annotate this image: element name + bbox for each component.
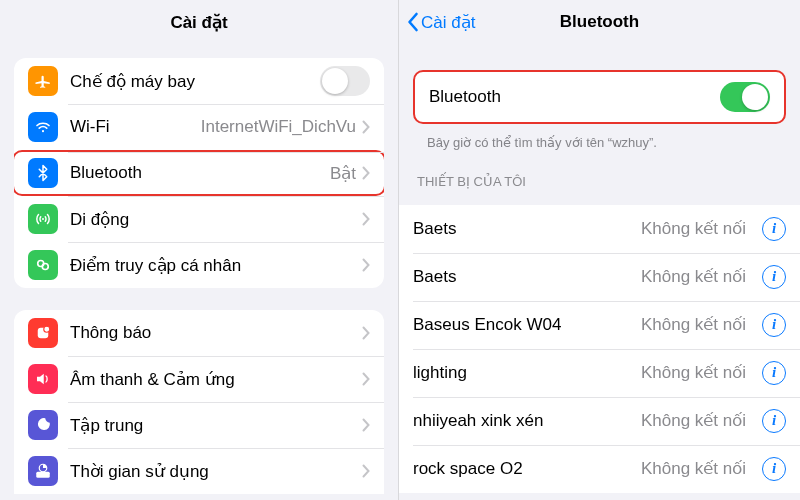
device-status: Không kết nối <box>641 410 746 431</box>
row-sounds-label: Âm thanh & Cảm ứng <box>70 369 362 390</box>
device-info-button[interactable]: i <box>762 313 786 337</box>
row-focus[interactable]: Tập trung <box>14 402 384 448</box>
focus-icon <box>28 410 58 440</box>
device-status: Không kết nối <box>641 314 746 335</box>
row-bluetooth-label: Bluetooth <box>70 163 330 183</box>
chevron-right-icon <box>362 464 370 478</box>
row-cellular-label: Di động <box>70 209 362 230</box>
bluetooth-master-label: Bluetooth <box>429 87 720 107</box>
my-devices-header: THIẾT BỊ CỦA TÔI <box>399 160 800 195</box>
svg-rect-6 <box>36 472 50 478</box>
bluetooth-detail-pane: Cài đặt Bluetooth Bluetooth Bây giờ có t… <box>399 0 800 500</box>
device-status: Không kết nối <box>641 458 746 479</box>
device-row[interactable]: rock space O2Không kết nốii <box>399 445 800 493</box>
device-name: Baseus Encok W04 <box>413 315 641 335</box>
device-info-button[interactable]: i <box>762 265 786 289</box>
svg-point-3 <box>42 264 48 270</box>
device-row[interactable]: lightingKhông kết nốii <box>399 349 800 397</box>
settings-root-pane: Cài đặt Chế độ máy bay Wi-Fi InternetWiF… <box>0 0 399 500</box>
bluetooth-master-toggle[interactable] <box>720 82 770 112</box>
chevron-right-icon <box>362 166 370 180</box>
chevron-right-icon <box>362 418 370 432</box>
airplane-toggle[interactable] <box>320 66 370 96</box>
row-wifi[interactable]: Wi-Fi InternetWiFi_DichVu <box>14 104 384 150</box>
device-name: Baets <box>413 267 641 287</box>
chevron-right-icon <box>362 326 370 340</box>
row-bluetooth-value: Bật <box>330 163 356 184</box>
bluetooth-toggle-group: Bluetooth <box>413 70 786 124</box>
notifications-icon <box>28 318 58 348</box>
svg-point-5 <box>44 326 50 332</box>
svg-point-0 <box>42 130 44 132</box>
device-info-button[interactable]: i <box>762 217 786 241</box>
device-name: Baets <box>413 219 641 239</box>
row-cellular[interactable]: Di động <box>14 196 384 242</box>
row-focus-label: Tập trung <box>70 415 362 436</box>
device-name: rock space O2 <box>413 459 641 479</box>
row-bluetooth[interactable]: Bluetooth Bật <box>14 150 384 196</box>
left-title: Cài đặt <box>170 12 227 33</box>
device-row[interactable]: Baseus Encok W04Không kết nốii <box>399 301 800 349</box>
row-wifi-label: Wi-Fi <box>70 117 201 137</box>
wifi-icon <box>28 112 58 142</box>
device-name: nhiiyeah xink xén <box>413 411 641 431</box>
device-status: Không kết nối <box>641 362 746 383</box>
row-airplane[interactable]: Chế độ máy bay <box>14 58 384 104</box>
row-sounds[interactable]: Âm thanh & Cảm ứng <box>14 356 384 402</box>
chevron-right-icon <box>362 120 370 134</box>
sounds-icon <box>28 364 58 394</box>
back-label: Cài đặt <box>421 12 475 33</box>
cellular-icon <box>28 204 58 234</box>
back-button[interactable]: Cài đặt <box>407 12 475 33</box>
device-row[interactable]: nhiiyeah xink xénKhông kết nốii <box>399 397 800 445</box>
row-notifications-label: Thông báo <box>70 323 362 343</box>
settings-group-system: Thông báo Âm thanh & Cảm ứng Tập trung <box>14 310 384 494</box>
device-row[interactable]: BaetsKhông kết nốii <box>399 253 800 301</box>
row-notifications[interactable]: Thông báo <box>14 310 384 356</box>
chevron-right-icon <box>362 258 370 272</box>
device-row[interactable]: BaetsKhông kết nốii <box>399 205 800 253</box>
device-name: lighting <box>413 363 641 383</box>
chevron-right-icon <box>362 372 370 386</box>
hotspot-icon <box>28 250 58 280</box>
row-hotspot-label: Điểm truy cập cá nhân <box>70 255 362 276</box>
row-hotspot[interactable]: Điểm truy cập cá nhân <box>14 242 384 288</box>
device-status: Không kết nối <box>641 266 746 287</box>
device-info-button[interactable]: i <box>762 361 786 385</box>
device-info-button[interactable]: i <box>762 409 786 433</box>
row-wifi-value: InternetWiFi_DichVu <box>201 117 356 137</box>
bluetooth-icon <box>28 158 58 188</box>
airplane-icon <box>28 66 58 96</box>
row-airplane-label: Chế độ máy bay <box>70 71 320 92</box>
right-title: Bluetooth <box>560 12 639 32</box>
my-devices-group: BaetsKhông kết nốiiBaetsKhông kết nốiiBa… <box>399 205 800 493</box>
settings-group-connectivity: Chế độ máy bay Wi-Fi InternetWiFi_DichVu… <box>14 58 384 288</box>
device-status: Không kết nối <box>641 218 746 239</box>
row-screentime-label: Thời gian sử dụng <box>70 461 362 482</box>
left-navbar: Cài đặt <box>0 0 398 44</box>
right-navbar: Cài đặt Bluetooth <box>399 0 800 44</box>
svg-point-1 <box>42 218 44 220</box>
screentime-icon <box>28 456 58 486</box>
bluetooth-master-row[interactable]: Bluetooth <box>415 72 784 122</box>
device-info-button[interactable]: i <box>762 457 786 481</box>
chevron-right-icon <box>362 212 370 226</box>
row-screentime[interactable]: Thời gian sử dụng <box>14 448 384 494</box>
discoverable-caption: Bây giờ có thể tìm thấy với tên “wzhuy”. <box>399 134 800 160</box>
